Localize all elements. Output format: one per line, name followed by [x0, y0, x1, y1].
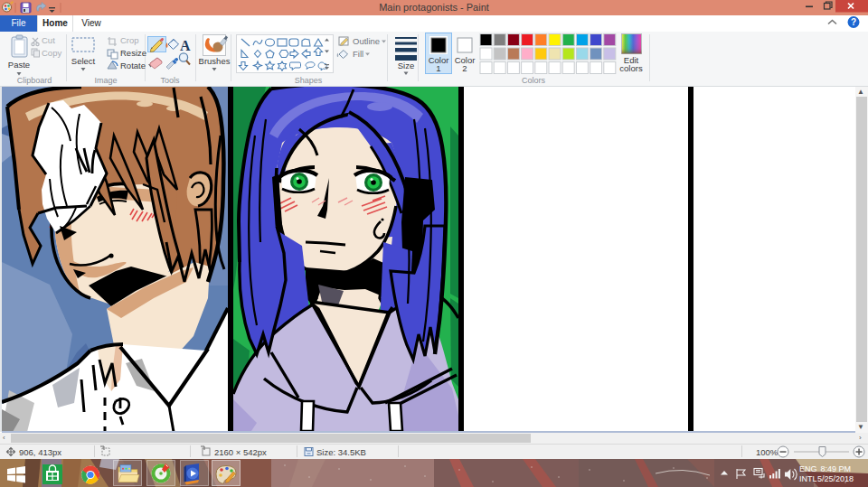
svg-text:2: 2 [462, 63, 467, 73]
svg-text:8:49 PM: 8:49 PM [820, 464, 851, 473]
svg-text:Select: Select [71, 56, 96, 66]
svg-text:Brushes: Brushes [199, 56, 231, 66]
svg-text:Clipboard: Clipboard [17, 76, 52, 85]
svg-text:Tools: Tools [160, 76, 180, 85]
svg-text:Size: 34.5KB: Size: 34.5KB [316, 447, 366, 457]
svg-text:A: A [180, 38, 191, 53]
svg-text:Paste: Paste [8, 60, 30, 70]
svg-text:Cut: Cut [42, 35, 55, 45]
svg-text:Colors: Colors [522, 76, 546, 85]
svg-text:Rotate: Rotate [120, 61, 146, 70]
svg-text:1: 1 [436, 63, 440, 73]
svg-text:2160 × 542px: 2160 × 542px [214, 447, 267, 457]
svg-text:?: ? [851, 17, 856, 27]
svg-text:Resize: Resize [120, 48, 146, 58]
svg-text:Size: Size [398, 61, 414, 70]
svg-text:Outline: Outline [353, 36, 380, 46]
svg-text:Crop: Crop [120, 35, 139, 45]
svg-text:Shapes: Shapes [295, 76, 323, 85]
svg-text:colors: colors [619, 63, 643, 73]
svg-text:5/25/2018: 5/25/2018 [817, 474, 854, 483]
svg-text:Copy: Copy [42, 48, 61, 58]
svg-text:100%: 100% [756, 447, 778, 457]
svg-text:INTL: INTL [799, 474, 817, 483]
svg-text:Fill: Fill [353, 49, 363, 59]
svg-text:Image: Image [94, 76, 117, 85]
svg-text:ENG: ENG [799, 464, 817, 473]
svg-text:906, 413px: 906, 413px [19, 447, 61, 457]
